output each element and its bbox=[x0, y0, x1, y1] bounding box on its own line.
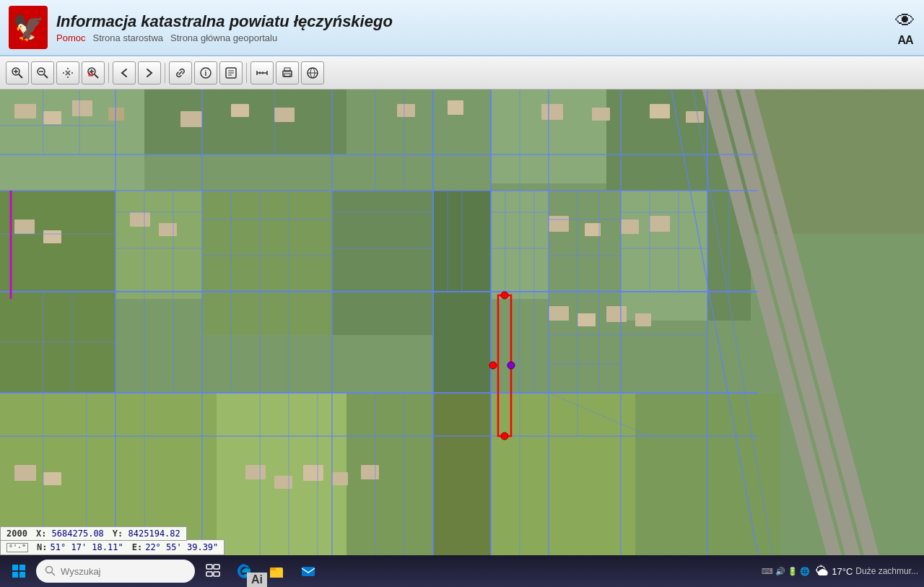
coordinates-bar: °'·" N: 51° 17' 18.11" E: 22° 55' 39.39" bbox=[0, 539, 225, 555]
latitude-value: 51° 17' 18.11" bbox=[51, 542, 123, 552]
weather-widget[interactable]: 🌥 17°C Duże zachmur... bbox=[816, 564, 918, 579]
map-background bbox=[0, 90, 924, 555]
svg-rect-80 bbox=[606, 306, 627, 322]
taskbar-right-area: ⌨ 🔊 🔋 🌐 🌥 17°C Duże zachmur... bbox=[762, 564, 918, 579]
svg-rect-84 bbox=[245, 465, 266, 479]
svg-rect-60 bbox=[108, 108, 124, 121]
page-header: 🦅 Informacja katastralna powiatu łęczyńs… bbox=[0, 0, 924, 56]
svg-line-4 bbox=[19, 74, 22, 78]
svg-rect-42 bbox=[332, 191, 433, 335]
xy-coords-bar: 2000 X: 5684275.08 Y: 8425194.82 bbox=[0, 526, 187, 541]
zoom-out-button[interactable] bbox=[31, 61, 54, 84]
svg-rect-172 bbox=[19, 572, 25, 578]
map-container[interactable]: °'·" N: 51° 17' 18.11" E: 22° 55' 39.39"… bbox=[0, 90, 924, 555]
svg-rect-66 bbox=[541, 104, 563, 120]
svg-rect-53 bbox=[635, 393, 780, 555]
coord-icon: °'·" bbox=[6, 542, 28, 552]
svg-rect-83 bbox=[43, 472, 61, 485]
longitude-value: 22° 55' 39.39" bbox=[145, 542, 218, 552]
y-coord-value: 8425194.82 bbox=[128, 529, 180, 539]
zoom-in-button[interactable] bbox=[6, 61, 29, 84]
separator-1 bbox=[108, 63, 109, 83]
svg-rect-74 bbox=[549, 216, 569, 232]
svg-rect-82 bbox=[14, 465, 36, 481]
page-title: Informacja katastralna powiatu łęczyński… bbox=[56, 12, 895, 31]
zoom-rect-button[interactable] bbox=[82, 61, 105, 84]
svg-rect-52 bbox=[491, 393, 635, 555]
svg-rect-50 bbox=[346, 393, 433, 555]
eye-icon[interactable]: 👁 bbox=[895, 9, 915, 32]
search-icon bbox=[45, 565, 56, 577]
coat-of-arms-icon: 🦅 bbox=[9, 6, 48, 49]
back-button[interactable] bbox=[113, 61, 136, 84]
svg-rect-34 bbox=[144, 90, 346, 155]
nav-geoportal[interactable]: Strona główna geoportalu bbox=[170, 32, 277, 43]
svg-rect-170 bbox=[19, 565, 25, 570]
svg-rect-59 bbox=[72, 100, 92, 116]
svg-point-173 bbox=[46, 567, 53, 573]
x-coord-value: 5684275.08 bbox=[52, 529, 104, 539]
link-button[interactable] bbox=[169, 61, 192, 84]
separator-3 bbox=[246, 63, 247, 83]
globe-button[interactable] bbox=[301, 61, 324, 84]
measure-button[interactable] bbox=[250, 61, 274, 84]
svg-rect-78 bbox=[549, 306, 569, 321]
separator-2 bbox=[165, 63, 165, 83]
svg-rect-75 bbox=[585, 223, 601, 236]
svg-rect-77 bbox=[650, 216, 670, 232]
pan-button[interactable] bbox=[56, 61, 79, 84]
svg-rect-176 bbox=[214, 565, 219, 569]
svg-rect-175 bbox=[206, 565, 212, 569]
svg-rect-62 bbox=[231, 104, 249, 117]
y-coord-display: Y: 8425194.82 bbox=[113, 529, 180, 539]
nav-pomoc[interactable]: Pomoc bbox=[56, 32, 85, 43]
svg-rect-73 bbox=[159, 223, 177, 236]
svg-rect-69 bbox=[686, 111, 704, 123]
identify-button[interactable] bbox=[219, 61, 243, 84]
search-input[interactable] bbox=[61, 566, 176, 577]
info-button[interactable]: i bbox=[194, 61, 217, 84]
svg-rect-81 bbox=[635, 313, 651, 326]
weather-description: Duże zachmur... bbox=[855, 566, 918, 576]
svg-rect-177 bbox=[206, 572, 212, 576]
forward-button[interactable] bbox=[138, 61, 161, 84]
svg-point-10 bbox=[66, 71, 69, 74]
start-button[interactable] bbox=[6, 558, 32, 584]
svg-rect-49 bbox=[217, 393, 346, 555]
scale-value: 2000 bbox=[6, 529, 27, 539]
svg-rect-35 bbox=[346, 90, 491, 183]
svg-rect-63 bbox=[274, 108, 295, 122]
svg-rect-180 bbox=[270, 568, 276, 570]
title-block: Informacja katastralna powiatu łęczyński… bbox=[56, 12, 895, 43]
windows-taskbar: Ai ⌨ 🔊 🔋 🌐 🌥 17°C Duże zachmur... bbox=[0, 555, 924, 587]
tray-icons: ⌨ 🔊 🔋 🌐 bbox=[762, 567, 810, 576]
nav-links: Pomoc Strona starostwa Strona główna geo… bbox=[56, 32, 895, 43]
svg-rect-70 bbox=[14, 219, 35, 234]
print-button[interactable] bbox=[276, 61, 299, 84]
taskbar-search[interactable] bbox=[36, 560, 195, 583]
svg-rect-41 bbox=[202, 191, 332, 335]
svg-text:🦅: 🦅 bbox=[12, 12, 45, 43]
svg-text:i: i bbox=[205, 69, 207, 77]
scale-display: 2000 bbox=[6, 529, 27, 539]
svg-rect-40 bbox=[116, 191, 202, 299]
svg-rect-58 bbox=[43, 111, 61, 124]
weather-icon: 🌥 bbox=[816, 564, 829, 579]
svg-rect-61 bbox=[180, 111, 202, 127]
right-icons: 👁 AA bbox=[895, 9, 915, 47]
mail-button[interactable] bbox=[295, 557, 322, 585]
svg-rect-181 bbox=[302, 567, 315, 576]
svg-rect-57 bbox=[14, 104, 36, 118]
system-tray: ⌨ 🔊 🔋 🌐 bbox=[762, 567, 810, 576]
svg-rect-85 bbox=[274, 476, 292, 489]
svg-rect-79 bbox=[578, 313, 596, 326]
svg-rect-88 bbox=[361, 465, 379, 479]
svg-rect-169 bbox=[12, 565, 18, 570]
font-size-control[interactable]: AA bbox=[897, 34, 912, 47]
task-view-button[interactable] bbox=[199, 557, 227, 585]
temperature: 17°C bbox=[832, 566, 853, 577]
nav-starostwo[interactable]: Strona starostwa bbox=[92, 32, 163, 43]
svg-rect-171 bbox=[12, 572, 18, 578]
svg-rect-44 bbox=[491, 191, 549, 299]
svg-rect-87 bbox=[332, 472, 348, 485]
